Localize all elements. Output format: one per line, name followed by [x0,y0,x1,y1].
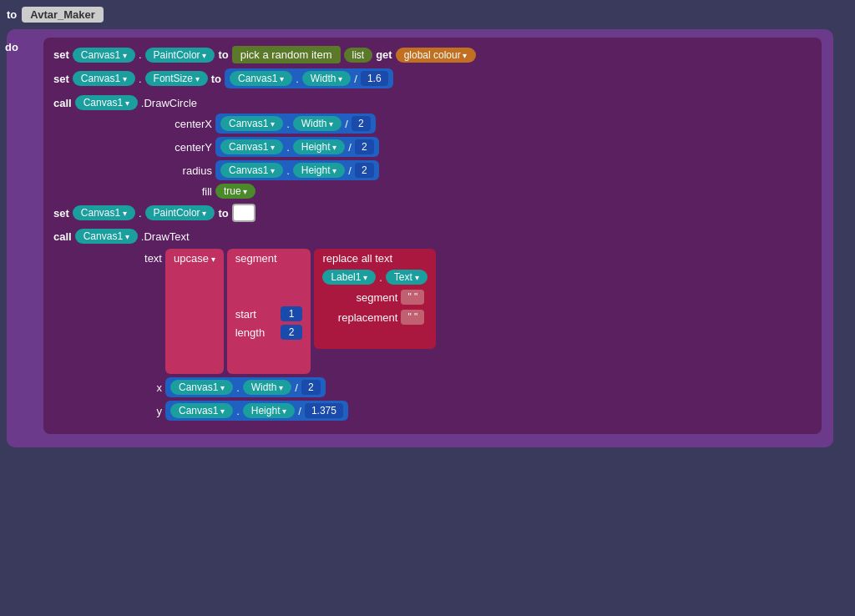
canvas1-pill-4[interactable]: Canvas1 ▾ [73,205,135,220]
math-y: Canvas1 ▾ . Height ▾ / 1.375 [165,401,348,421]
start-val[interactable]: 1 [281,306,303,321]
canvas1-pill-3[interactable]: Canvas1 ▾ [230,71,292,86]
get-label: get [376,48,392,61]
pick-random-block[interactable]: pick a random item [232,46,341,63]
canvas1-cy[interactable]: Canvas1 ▾ [220,139,283,154]
call-label-1: call [53,97,72,109]
height-cy[interactable]: Height ▾ [293,139,345,154]
fill-row: fill true ▾ [154,184,812,199]
canvas1-dc[interactable]: Canvas1 ▾ [75,95,138,110]
drawtext-section: call Canvas1 ▾ .DrawText text upcase ▾ [53,229,812,421]
y-row: y Canvas1 ▾ . Height ▾ / 1.375 [120,401,812,421]
dot-2: . [139,73,142,85]
segment-label: segment [235,252,277,265]
drawtext-method: .DrawText [141,230,190,243]
segment-quote-1[interactable]: " " [401,290,424,305]
header-row: to Avtar_Maker [7,7,104,23]
width-pill-2[interactable]: Width ▾ [302,71,351,86]
replace-all-block[interactable]: replace all text Label1 ▾ . Text ▾ segme… [314,249,435,349]
fill-label: fill [154,185,212,198]
y-label: y [120,405,162,417]
canvas1-dt[interactable]: Canvas1 ▾ [75,229,138,244]
call-drawtext-row: call Canvas1 ▾ .DrawText [53,229,812,244]
centery-row: centerY Canvas1 ▾ . Height ▾ / 2 [154,137,812,157]
canvas1-y[interactable]: Canvas1 ▾ [170,403,233,418]
math-outer-2: Canvas1 ▾ . Width ▾ / 1.6 [225,68,393,88]
canvas1-cx[interactable]: Canvas1 ▾ [220,116,283,131]
length-val[interactable]: 2 [281,325,303,340]
fontsize-pill[interactable]: FontSize ▾ [145,71,208,86]
math-cy: Canvas1 ▾ . Height ▾ / 2 [215,137,379,157]
replace-all-label: replace all text [322,252,427,265]
set-label-2: set [53,73,69,85]
to-label: to [7,8,17,21]
drawcircle-params: centerX Canvas1 ▾ . Width ▾ / 2 centerY [154,114,812,199]
drawcircle-method: .DrawCircle [141,97,197,109]
width-cx[interactable]: Width ▾ [293,116,341,131]
row-set-paintcolor-2: set Canvas1 ▾ . PaintColor ▾ to [53,204,812,222]
dot-1: . [139,48,142,61]
main-container: do set Canvas1 ▾ . PaintColor ▾ to pick … [7,29,833,447]
drawcircle-section: call Canvas1 ▾ .DrawCircle centerX Canva… [53,95,812,199]
x-row: x Canvas1 ▾ . Width ▾ / 2 [120,377,812,397]
upcase-label: upcase ▾ [174,252,215,265]
label1-pill[interactable]: Label1 ▾ [322,270,376,285]
start-label: start [235,308,277,321]
val-cx[interactable]: 2 [352,116,371,131]
centerx-label: centerX [154,118,212,130]
set-label-3: set [53,207,69,220]
to-label-2: to [211,73,221,85]
canvas1-pill-1[interactable]: Canvas1 ▾ [73,48,135,63]
upcase-block[interactable]: upcase ▾ [165,249,224,374]
to-label-3: to [218,207,228,220]
text-prop-pill[interactable]: Text ▾ [386,270,428,285]
avtar-maker-block[interactable]: Avtar_Maker [22,7,104,23]
to-label-1: to [218,48,228,61]
row-set-fontsize: set Canvas1 ▾ . FontSize ▾ to Canvas1 ▾ … [53,68,812,88]
call-label-2: call [53,230,72,243]
true-pill[interactable]: true ▾ [215,184,255,199]
math-x: Canvas1 ▾ . Width ▾ / 2 [165,377,326,397]
val-2[interactable]: 1.6 [361,71,388,86]
val-x[interactable]: 2 [301,380,321,395]
replacement-label: replacement [322,311,397,324]
centery-label: centerY [154,141,212,154]
global-colour-pill[interactable]: global colour ▾ [396,48,476,63]
canvas1-pill-2[interactable]: Canvas1 ▾ [73,71,135,86]
math-cx: Canvas1 ▾ . Width ▾ / 2 [215,114,376,134]
width-x[interactable]: Width ▾ [243,380,291,395]
canvas1-x[interactable]: Canvas1 ▾ [170,380,233,395]
x-label: x [120,381,162,394]
row-set-paintcolor: set Canvas1 ▾ . PaintColor ▾ to pick a r… [53,46,812,63]
paintcolor-pill-1[interactable]: PaintColor ▾ [145,48,215,63]
slash-2: / [354,73,357,85]
val-cy[interactable]: 2 [355,139,374,154]
replacement-quote[interactable]: " " [401,310,424,325]
math-r: Canvas1 ▾ . Height ▾ / 2 [215,160,379,180]
radius-label: radius [154,164,212,177]
list-pill[interactable]: list [344,48,373,63]
drawtext-params: text upcase ▾ segment start 1 [120,249,812,421]
paintcolor-pill-2[interactable]: PaintColor ▾ [145,205,215,220]
call-drawcircle-row: call Canvas1 ▾ .DrawCircle [53,95,812,110]
dot-3: . [296,73,299,85]
height-r[interactable]: Height ▾ [293,163,345,178]
do-label: do [5,41,18,53]
segment-sub-label: segment [322,291,397,304]
length-label: length [235,326,277,339]
centerx-row: centerX Canvas1 ▾ . Width ▾ / 2 [154,114,812,134]
text-param-label: text [120,249,162,265]
text-row: text upcase ▾ segment start 1 [120,249,812,374]
white-color-box[interactable] [232,204,255,222]
inner-container: set Canvas1 ▾ . PaintColor ▾ to pick a r… [43,38,822,434]
canvas: to Avtar_Maker do set Canvas1 ▾ . PaintC… [0,0,855,616]
val-y[interactable]: 1.375 [305,403,343,418]
radius-row: radius Canvas1 ▾ . Height ▾ / 2 [154,160,812,180]
val-r[interactable]: 2 [355,163,374,178]
set-label-1: set [53,48,69,61]
height-y[interactable]: Height ▾ [243,403,295,418]
canvas1-r[interactable]: Canvas1 ▾ [220,163,283,178]
segment-block[interactable]: segment start 1 length 2 [227,249,311,374]
